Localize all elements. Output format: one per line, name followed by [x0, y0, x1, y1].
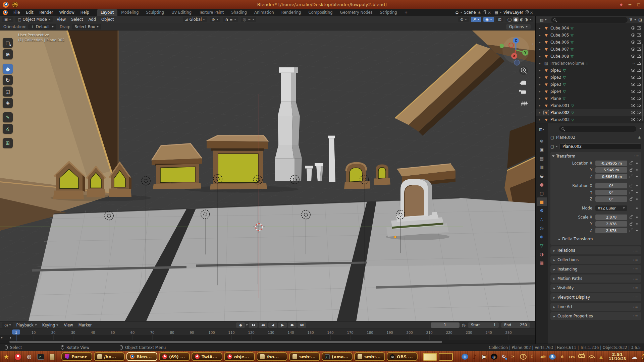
value-slider[interactable]: 2.878 — [595, 228, 627, 233]
show-gizmo-toggle[interactable] — [471, 17, 482, 22]
outliner-row[interactable]: ▸Plane.001 — [536, 102, 644, 109]
outliner-scrollbar[interactable] — [642, 44, 643, 121]
value-slider[interactable]: 0° — [595, 190, 627, 195]
timeline-menu-keying[interactable]: Keying — [40, 323, 61, 327]
solid-shading-icon[interactable] — [514, 17, 518, 22]
drag-grip-icon[interactable] — [633, 286, 638, 290]
taskbar-window--ho-[interactable]: /ho... — [257, 352, 287, 361]
properties-tab-tool[interactable] — [537, 136, 547, 145]
outliner-row[interactable]: ▸Plane.002 — [536, 109, 644, 116]
window-minimize-button[interactable] — [627, 2, 633, 7]
eye-icon[interactable] — [631, 26, 635, 29]
frame-start-field[interactable]: Start1 — [468, 322, 499, 328]
launcher-terminal[interactable] — [36, 352, 45, 361]
properties-tab-view-layer[interactable] — [537, 163, 547, 171]
proportional-edit-toggle[interactable] — [241, 17, 256, 22]
taskbar-window-twia-[interactable]: TwiA... — [192, 352, 222, 361]
menu-edit[interactable]: Edit — [23, 9, 36, 16]
outliner-search-input[interactable] — [558, 18, 625, 22]
new-scene-icon[interactable] — [483, 11, 486, 14]
drag-grip-icon[interactable] — [633, 249, 638, 252]
tab-texture-paint[interactable]: Texture Paint — [195, 9, 227, 16]
outliner-row[interactable]: ▸Plane — [536, 95, 644, 102]
animate-dot-icon[interactable] — [636, 176, 638, 177]
expand-icon[interactable]: ▸ — [539, 41, 542, 44]
tool-rotate-button[interactable] — [3, 75, 13, 85]
timeline-menu-view[interactable]: View — [61, 323, 75, 327]
drag-setting-dropdown[interactable]: Select Box — [72, 24, 102, 29]
tray-volume-icon[interactable] — [539, 353, 546, 361]
keying-caret[interactable] — [246, 324, 248, 326]
outliner-row[interactable]: ▸pipe1 — [536, 67, 644, 74]
tool-select-box-button[interactable] — [3, 38, 13, 48]
properties-search-input[interactable] — [566, 127, 634, 131]
lock-icon[interactable] — [630, 217, 632, 219]
panel-line-art[interactable]: Line Art — [550, 303, 641, 311]
launcher-menu-star[interactable] — [2, 352, 11, 361]
shading-mode-group[interactable] — [505, 17, 533, 22]
next-keyframe-button[interactable] — [288, 322, 297, 328]
tab-sculpting[interactable]: Sculpting — [142, 9, 168, 16]
panel-visibility[interactable]: Visibility — [550, 284, 641, 292]
taskbar-window-obs-[interactable]: OBS ... — [387, 352, 418, 361]
properties-tab-object[interactable] — [537, 197, 547, 206]
value-slider[interactable]: 2.878 — [595, 215, 627, 220]
outliner-row[interactable]: ▸Cube.008 — [536, 53, 644, 60]
snap-toggle[interactable] — [223, 17, 238, 22]
taskbar-window--69-[interactable]: (69) ... — [159, 352, 190, 361]
tool-transform-button[interactable] — [3, 98, 13, 108]
properties-tab-collection[interactable] — [537, 189, 547, 197]
tab-layout[interactable]: Layout — [97, 9, 117, 16]
play-reverse-button[interactable] — [268, 322, 277, 328]
value-slider[interactable]: -0.68618 m — [595, 174, 627, 179]
properties-menu-caret[interactable] — [639, 128, 641, 129]
expand-icon[interactable]: ▸ — [539, 69, 542, 72]
expand-icon[interactable]: ▸ — [539, 111, 542, 114]
lock-icon[interactable] — [630, 185, 632, 187]
launcher-file-cabinet[interactable] — [48, 352, 56, 361]
mode-dropdown[interactable]: Object Mode — [15, 17, 53, 22]
pin-icon[interactable] — [638, 135, 641, 140]
hide-viewport-icon[interactable] — [633, 61, 635, 66]
expand-icon[interactable]: ▸ — [539, 90, 542, 93]
outliner-row[interactable]: ▸Cube.006 — [536, 39, 644, 46]
timeline-editor[interactable]: PlaybackKeyingViewMarker 1 — [0, 321, 535, 344]
camera-render-icon[interactable] — [637, 62, 641, 65]
new-collection-icon[interactable] — [638, 17, 642, 22]
snap-target-dropdown[interactable] — [210, 17, 220, 22]
panel-viewport-display[interactable]: Viewport Display — [550, 293, 641, 301]
taskbar-window-blen-[interactable]: Blen... — [126, 352, 157, 361]
window-maximize-button[interactable] — [636, 2, 641, 7]
properties-tab-texture[interactable] — [537, 258, 547, 267]
tab-rendering[interactable]: Rendering — [278, 9, 305, 16]
expand-icon[interactable]: ▸ — [539, 34, 542, 37]
animate-dot-icon[interactable] — [636, 223, 638, 225]
transform-panel-header[interactable]: Transform — [552, 153, 639, 160]
tray-microphone-icon[interactable] — [578, 354, 585, 358]
viewport-menu-select[interactable]: Select — [68, 17, 86, 22]
object-type-caret[interactable] — [556, 146, 558, 147]
properties-tab-constraints[interactable] — [537, 232, 547, 241]
object-name-field[interactable] — [559, 143, 641, 150]
camera-render-icon[interactable] — [637, 55, 641, 58]
tray-night-light-icon[interactable] — [530, 353, 536, 361]
rendered-shading-icon[interactable] — [525, 17, 528, 22]
tab-geometry-nodes[interactable]: Geometry Nodes — [336, 9, 376, 16]
outliner-row[interactable]: ▸Cube.004 — [536, 24, 644, 32]
tool-cursor-button[interactable] — [3, 49, 13, 59]
outliner-search[interactable] — [551, 17, 628, 23]
camera-render-icon[interactable] — [637, 104, 641, 107]
properties-tab-render[interactable] — [537, 145, 547, 154]
properties-tab-world[interactable] — [537, 180, 547, 189]
tool-scale-button[interactable] — [3, 86, 13, 97]
pin-icon[interactable] — [478, 10, 481, 15]
channel-expand-icon[interactable]: ▸ — [1, 336, 3, 339]
panel-relations[interactable]: Relations — [550, 246, 641, 254]
launcher-media[interactable] — [25, 352, 34, 361]
lock-icon[interactable] — [630, 176, 632, 178]
taskbar-window-smb-[interactable]: smb:... — [354, 352, 385, 361]
filter-caret[interactable] — [634, 19, 636, 20]
properties-tab-modifiers[interactable] — [537, 206, 547, 215]
tray-scissors-icon[interactable] — [510, 353, 517, 361]
material-shading-icon[interactable] — [520, 17, 523, 22]
